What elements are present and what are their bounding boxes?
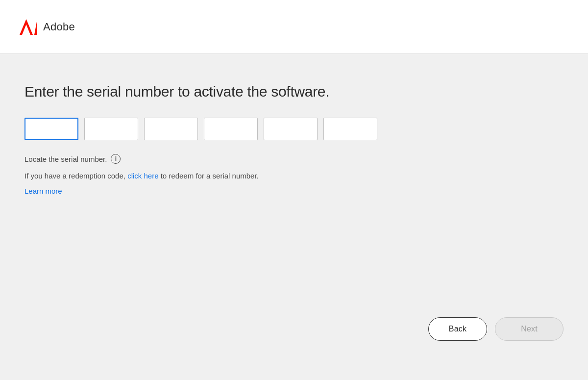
page-title: Enter the serial number to activate the …: [24, 83, 564, 100]
adobe-logo-text: Adobe: [43, 21, 75, 33]
svg-marker-1: [34, 19, 37, 35]
click-here-link[interactable]: click here: [127, 172, 158, 180]
next-button: Next: [495, 317, 564, 341]
redemption-text: If you have a redemption code, click her…: [24, 171, 564, 182]
learn-more-link[interactable]: Learn more: [24, 187, 564, 195]
svg-marker-0: [20, 19, 33, 35]
serial-input-3[interactable]: [144, 118, 198, 140]
back-button[interactable]: Back: [428, 317, 487, 341]
serial-input-6[interactable]: [323, 118, 377, 140]
locate-serial-row: Locate the serial number. i: [24, 154, 564, 164]
serial-input-2[interactable]: [84, 118, 138, 140]
serial-input-4[interactable]: [204, 118, 258, 140]
adobe-logo-icon: [20, 19, 37, 35]
serial-input-1[interactable]: [24, 118, 78, 140]
main-content: Enter the serial number to activate the …: [0, 54, 588, 219]
locate-serial-label: Locate the serial number.: [24, 155, 107, 163]
footer-buttons: Back Next: [428, 317, 564, 341]
info-icon[interactable]: i: [111, 154, 121, 164]
app-header: Adobe: [0, 0, 588, 54]
serial-number-inputs: [24, 118, 564, 140]
info-section: Locate the serial number. i If you have …: [24, 154, 564, 195]
adobe-logo: Adobe: [20, 19, 75, 35]
serial-input-5[interactable]: [264, 118, 318, 140]
